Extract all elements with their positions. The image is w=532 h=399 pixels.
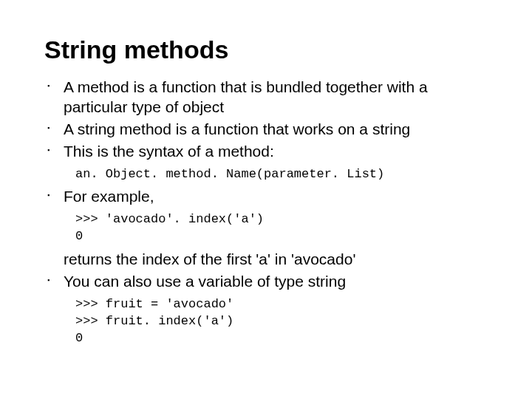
bullet-item: For example, bbox=[64, 187, 488, 207]
bullet-item: A method is a function that is bundled t… bbox=[64, 78, 488, 117]
slide: String methods A method is a function th… bbox=[0, 0, 532, 381]
code-syntax: an. Object. method. Name(parameter. List… bbox=[75, 166, 488, 183]
bullet-list: You can also use a variable of type stri… bbox=[44, 272, 488, 292]
slide-title: String methods bbox=[44, 35, 488, 64]
bullet-item: This is the syntax of a method: bbox=[64, 142, 488, 162]
code-example-1: >>> 'avocado'. index('a') 0 bbox=[75, 211, 488, 245]
bullet-list: For example, bbox=[44, 187, 488, 207]
bullet-item: You can also use a variable of type stri… bbox=[64, 272, 488, 292]
bullet-item: A string method is a function that works… bbox=[64, 120, 488, 140]
returns-text: returns the index of the first 'a' in 'a… bbox=[64, 250, 488, 270]
code-example-2: >>> fruit = 'avocado' >>> fruit. index('… bbox=[75, 296, 488, 347]
bullet-list: A method is a function that is bundled t… bbox=[44, 78, 488, 162]
